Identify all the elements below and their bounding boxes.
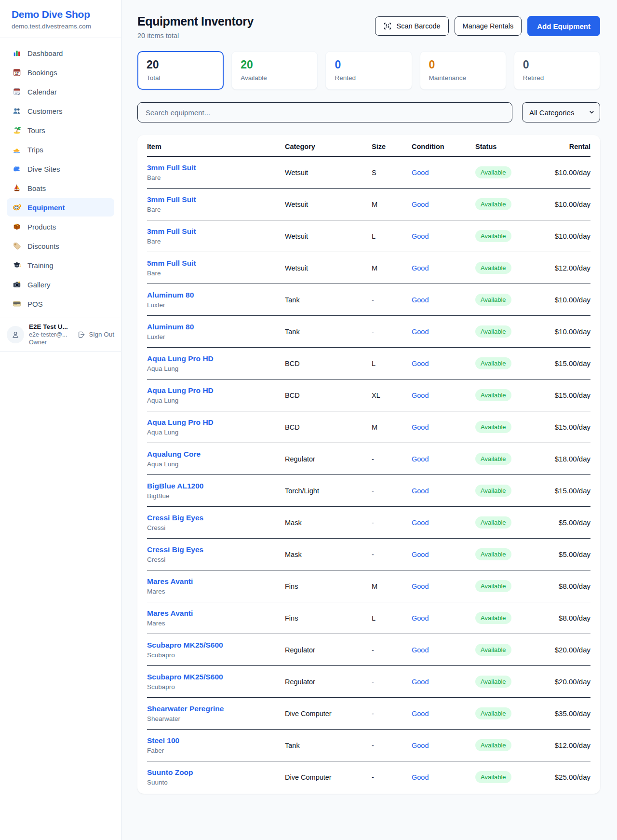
- add-equipment-button[interactable]: Add Equipment: [527, 16, 600, 36]
- sidebar-item-dive-sites[interactable]: Dive Sites: [7, 160, 114, 178]
- category-cell: Regulator: [285, 455, 372, 463]
- item-brand: Luxfer: [147, 333, 285, 340]
- item-name-link[interactable]: Mares Avanti: [147, 577, 285, 586]
- sidebar-item-gallery[interactable]: Gallery: [7, 275, 114, 294]
- condition-link[interactable]: Good: [412, 678, 475, 686]
- item-cell: Mares AvantiMares: [147, 609, 285, 627]
- manage-rentals-button[interactable]: Manage Rentals: [455, 16, 522, 36]
- item-name-link[interactable]: Aqua Lung Pro HD: [147, 418, 285, 427]
- condition-link[interactable]: Good: [412, 360, 475, 367]
- credit-card-icon: [13, 299, 21, 308]
- sidebar-item-products[interactable]: Products: [7, 217, 114, 236]
- condition-link[interactable]: Good: [412, 583, 475, 590]
- condition-link[interactable]: Good: [412, 392, 475, 399]
- rental-cell: $10.00/day: [552, 327, 590, 336]
- page-header: Equipment Inventory 20 items total Scan …: [137, 14, 600, 40]
- sidebar-item-tours[interactable]: Tours: [7, 121, 114, 139]
- condition-link[interactable]: Good: [412, 742, 475, 749]
- status-badge: Available: [475, 676, 511, 688]
- item-name-link[interactable]: Mares Avanti: [147, 609, 285, 618]
- package-icon: [13, 222, 21, 231]
- table-row: 5mm Full SuitBareWetsuitMGoodAvailable$1…: [147, 252, 590, 284]
- sidebar-item-equipment[interactable]: Equipment: [7, 198, 114, 217]
- stat-card-total[interactable]: 20Total: [137, 51, 224, 90]
- item-name-link[interactable]: Aqua Lung Pro HD: [147, 386, 285, 395]
- sidebar-item-calendar[interactable]: Calendar: [7, 82, 114, 101]
- table-row: Aluminum 80LuxferTank-GoodAvailable$10.0…: [147, 316, 590, 348]
- brand-domain: demo.test.divestreams.com: [12, 23, 109, 30]
- stat-card-available[interactable]: 20Available: [231, 51, 318, 90]
- scan-barcode-button[interactable]: Scan Barcode: [375, 16, 448, 36]
- item-name-link[interactable]: Cressi Big Eyes: [147, 514, 285, 522]
- condition-link[interactable]: Good: [412, 710, 475, 718]
- sidebar-item-customers[interactable]: Customers: [7, 102, 114, 120]
- condition-link[interactable]: Good: [412, 614, 475, 622]
- sidebar-item-pos[interactable]: POS: [7, 295, 114, 313]
- item-name-link[interactable]: Aqualung Core: [147, 450, 285, 459]
- condition-link[interactable]: Good: [412, 519, 475, 527]
- item-cell: Aluminum 80Luxfer: [147, 323, 285, 340]
- category-cell: Wetsuit: [285, 169, 372, 176]
- category-cell: Tank: [285, 742, 372, 749]
- status-cell: Available: [475, 198, 552, 210]
- sidebar-item-trips[interactable]: Trips: [7, 140, 114, 159]
- category-select[interactable]: All Categories: [522, 102, 600, 122]
- sidebar-item-boats[interactable]: Boats: [7, 179, 114, 197]
- sidebar-item-label: POS: [27, 300, 43, 308]
- item-name-link[interactable]: 3mm Full Suit: [147, 163, 285, 172]
- condition-link[interactable]: Good: [412, 646, 475, 654]
- stat-card-retired[interactable]: 0Retired: [514, 51, 600, 90]
- condition-link[interactable]: Good: [412, 551, 475, 558]
- stat-value: 0: [523, 59, 591, 71]
- stat-card-maintenance[interactable]: 0Maintenance: [420, 51, 506, 90]
- sidebar-item-discounts[interactable]: Discounts: [7, 237, 114, 255]
- stat-value: 0: [335, 59, 402, 71]
- sidebar-footer: E2E Test U... e2e-tester@... Owner Sign …: [0, 317, 121, 352]
- item-name-link[interactable]: Aqua Lung Pro HD: [147, 354, 285, 363]
- size-cell: M: [372, 201, 412, 208]
- sign-out-button[interactable]: Sign Out: [78, 331, 114, 339]
- condition-link[interactable]: Good: [412, 487, 475, 495]
- status-badge: Available: [475, 644, 511, 656]
- sidebar-item-dashboard[interactable]: Dashboard: [7, 44, 114, 62]
- item-name-link[interactable]: 5mm Full Suit: [147, 259, 285, 268]
- condition-link[interactable]: Good: [412, 455, 475, 463]
- category-cell: BCD: [285, 392, 372, 399]
- search-input[interactable]: [137, 102, 512, 122]
- condition-link[interactable]: Good: [412, 169, 475, 176]
- sailboat-icon: [13, 184, 21, 192]
- item-name-link[interactable]: 3mm Full Suit: [147, 195, 285, 204]
- condition-link[interactable]: Good: [412, 773, 475, 781]
- item-name-link[interactable]: Scubapro MK25/S600: [147, 673, 285, 681]
- sidebar-item-label: Bookings: [27, 68, 57, 77]
- condition-link[interactable]: Good: [412, 423, 475, 431]
- item-name-link[interactable]: Scubapro MK25/S600: [147, 641, 285, 650]
- item-name-link[interactable]: Cressi Big Eyes: [147, 545, 285, 554]
- item-name-link[interactable]: Aluminum 80: [147, 291, 285, 299]
- rental-cell: $12.00/day: [552, 264, 590, 272]
- status-cell: Available: [475, 230, 552, 242]
- size-cell: S: [372, 169, 412, 176]
- person-icon: [11, 330, 20, 339]
- status-badge: Available: [475, 485, 511, 497]
- item-name-link[interactable]: BigBlue AL1200: [147, 482, 285, 490]
- column-header-category: Category: [285, 143, 372, 150]
- item-name-link[interactable]: 3mm Full Suit: [147, 227, 285, 236]
- dive-mask-icon: [13, 203, 21, 212]
- item-name-link[interactable]: Suunto Zoop: [147, 768, 285, 777]
- stat-value: 0: [429, 59, 497, 71]
- condition-link[interactable]: Good: [412, 328, 475, 336]
- item-name-link[interactable]: Aluminum 80: [147, 323, 285, 331]
- condition-link[interactable]: Good: [412, 296, 475, 304]
- condition-link[interactable]: Good: [412, 232, 475, 240]
- sidebar-item-bookings[interactable]: 17Bookings: [7, 63, 114, 81]
- item-cell: Cressi Big EyesCressi: [147, 545, 285, 563]
- condition-link[interactable]: Good: [412, 201, 475, 208]
- item-brand: Bare: [147, 206, 285, 213]
- condition-link[interactable]: Good: [412, 264, 475, 272]
- stat-card-rented[interactable]: 0Rented: [325, 51, 412, 90]
- item-name-link[interactable]: Shearwater Peregrine: [147, 705, 285, 713]
- item-name-link[interactable]: Steel 100: [147, 736, 285, 745]
- stats-row: 20Total20Available0Rented0Maintenance0Re…: [137, 51, 600, 90]
- sidebar-item-training[interactable]: Training: [7, 256, 114, 274]
